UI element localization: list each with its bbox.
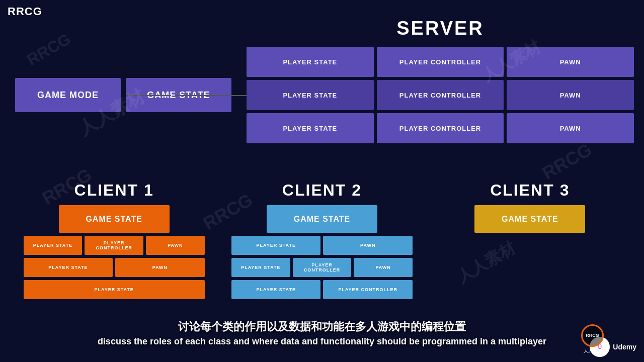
game-mode-box: GAME MODE	[15, 78, 121, 112]
rrcg-circle-text: RRCG	[586, 333, 599, 338]
c2-player-controller-3: PLAYER CONTROLLER	[323, 280, 413, 299]
c2-player-state-1: PLAYER STATE	[231, 236, 321, 255]
c2-player-state-3: PLAYER STATE	[231, 280, 321, 299]
server-grid: PLAYER STATE PLAYER CONTROLLER PAWN PLAY…	[247, 47, 634, 143]
client-3-game-state: GAME STATE	[474, 205, 585, 233]
watermark-1: RRCG	[24, 30, 74, 69]
rrcg-subtitle-text: 人人素材	[584, 348, 602, 354]
server-player-state-1: PLAYER STATE	[247, 47, 374, 77]
server-pawn-2: PAWN	[507, 80, 634, 110]
c1-player-state-3: PLAYER STATE	[24, 280, 205, 299]
client-2-row-2: PLAYER STATE PLAYER CONTROLLER PAWN	[231, 258, 413, 277]
c2-pawn-2: PAWN	[354, 258, 413, 277]
server-player-controller-3: PLAYER CONTROLLER	[377, 113, 504, 143]
server-pawn-1: PAWN	[507, 47, 634, 77]
client-2-row-1: PLAYER STATE PAWN	[231, 236, 413, 255]
client-1-title: CLIENT 1	[74, 181, 154, 200]
server-player-state-3: PLAYER STATE	[247, 113, 374, 143]
c1-player-state-2: PLAYER STATE	[24, 258, 113, 277]
server-pawn-3: PAWN	[507, 113, 634, 143]
subtitle-en: discuss the roles of each class and wher…	[0, 336, 644, 347]
c1-player-state-1: PLAYER STATE	[24, 236, 83, 255]
c1-player-controller-1: PLAYER CONTROLLER	[85, 236, 143, 255]
subtitle-cn: 讨论每个类的作用以及数据和功能在多人游戏中的编程位置	[0, 319, 644, 334]
left-section: GAME MODE GAME STATE	[15, 78, 231, 112]
watermark-5: RRCG	[539, 139, 596, 184]
server-title: SERVER	[247, 18, 634, 39]
clients-row: CLIENT 1 GAME STATE PLAYER STATE PLAYER …	[0, 181, 644, 299]
subtitle-area: 讨论每个类的作用以及数据和功能在多人游戏中的编程位置 discuss the r…	[0, 319, 644, 347]
c1-pawn-1: PAWN	[146, 236, 205, 255]
client-2-row-3: PLAYER STATE PLAYER CONTROLLER	[231, 280, 413, 299]
c2-pawn-1: PAWN	[323, 236, 413, 255]
c2-player-state-2: PLAYER STATE	[231, 258, 290, 277]
c2-player-controller-2: PLAYER CONTROLLER	[293, 258, 352, 277]
client-3-title: CLIENT 3	[490, 181, 570, 200]
client-2-game-state: GAME STATE	[267, 205, 377, 233]
c1-pawn-2: PAWN	[115, 258, 205, 277]
rrcg-logo: RRCG	[8, 5, 42, 18]
udemy-label: Udemy	[613, 343, 636, 351]
rrcg-badge: RRCG 人人素材	[581, 324, 604, 354]
server-section: SERVER PLAYER STATE PLAYER CONTROLLER PA…	[247, 18, 634, 143]
server-player-state-2: PLAYER STATE	[247, 80, 374, 110]
client-1-section: CLIENT 1 GAME STATE PLAYER STATE PLAYER …	[24, 181, 205, 299]
client-2-section: CLIENT 2 GAME STATE PLAYER STATE PAWN PL…	[231, 181, 413, 299]
client-3-section: CLIENT 3 GAME STATE	[439, 181, 620, 299]
client-1-row-2: PLAYER STATE PAWN	[24, 258, 205, 277]
client-1-game-state: GAME STATE	[59, 205, 170, 233]
server-player-controller-1: PLAYER CONTROLLER	[377, 47, 504, 77]
client-2-title: CLIENT 2	[282, 181, 362, 200]
server-player-controller-2: PLAYER CONTROLLER	[377, 80, 504, 110]
client-1-row-3: PLAYER STATE	[24, 280, 205, 299]
client-1-row-1: PLAYER STATE PLAYER CONTROLLER PAWN	[24, 236, 205, 255]
game-state-box: GAME STATE	[126, 78, 231, 112]
